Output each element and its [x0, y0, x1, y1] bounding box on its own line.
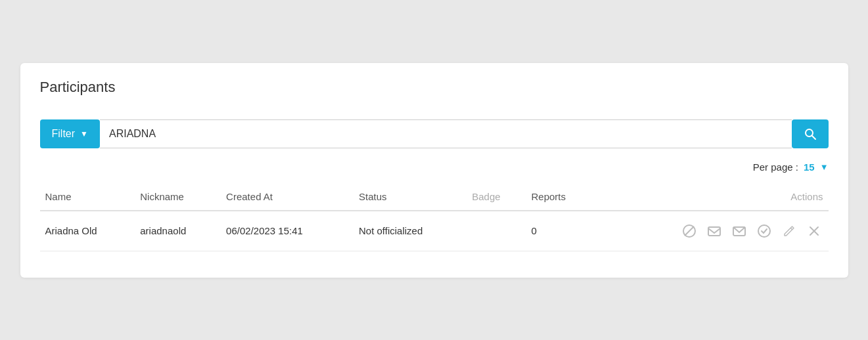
participants-table: Name Nickname Created At Status Badge Re… [40, 184, 829, 251]
search-button[interactable] [792, 119, 829, 148]
search-input[interactable] [100, 119, 792, 148]
remove-icon[interactable] [805, 222, 823, 240]
cell-name: Ariadna Old [40, 211, 135, 251]
per-page-label: Per page : [753, 161, 798, 173]
col-header-actions: Actions [595, 184, 829, 211]
edit-icon[interactable] [780, 222, 798, 240]
svg-line-7 [790, 228, 792, 230]
col-header-status: Status [354, 184, 467, 211]
svg-point-6 [758, 225, 770, 237]
cell-nickname: ariadnaold [135, 211, 221, 251]
ban-icon[interactable] [680, 222, 698, 240]
search-icon [804, 127, 817, 140]
cell-status: Not officialized [354, 211, 467, 251]
cell-actions [595, 211, 829, 251]
table-header-row: Name Nickname Created At Status Badge Re… [40, 184, 829, 211]
cell-reports: 0 [526, 211, 594, 251]
toolbar: Filter ▼ [40, 119, 829, 148]
check-circle-icon[interactable] [755, 222, 773, 240]
svg-rect-4 [708, 227, 720, 236]
per-page-value[interactable]: 15 [804, 161, 815, 173]
table-row: Ariadna Oldariadnaold06/02/2023 15:41Not… [40, 211, 829, 251]
col-header-name: Name [40, 184, 135, 211]
svg-line-1 [811, 135, 815, 139]
cell-created_at: 06/02/2023 15:41 [221, 211, 354, 251]
cell-badge [467, 211, 526, 251]
filter-arrow-icon: ▼ [80, 129, 88, 138]
per-page-arrow-icon[interactable]: ▼ [820, 162, 829, 172]
col-header-badge: Badge [467, 184, 526, 211]
svg-line-3 [685, 226, 694, 236]
per-page-row: Per page : 15 ▼ [40, 161, 829, 173]
envelope-icon[interactable] [730, 222, 748, 240]
main-card: Participants Filter ▼ Per page : 15 ▼ Na… [20, 63, 848, 278]
filter-button[interactable]: Filter ▼ [40, 119, 100, 148]
col-header-nickname: Nickname [135, 184, 221, 211]
filter-label: Filter [52, 128, 76, 140]
message-icon[interactable] [705, 222, 723, 240]
page-title: Participants [40, 79, 829, 104]
col-header-reports: Reports [526, 184, 594, 211]
col-header-created-at: Created At [221, 184, 354, 211]
